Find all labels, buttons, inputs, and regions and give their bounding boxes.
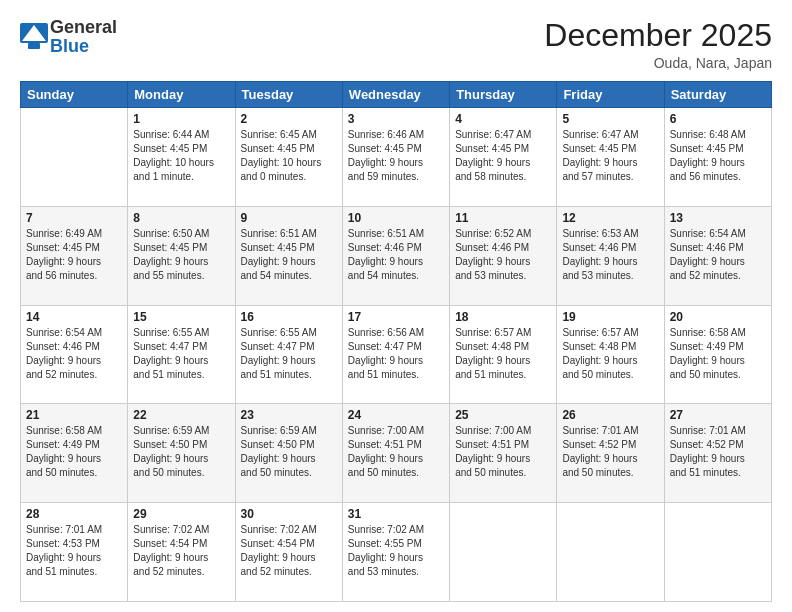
table-row: 29Sunrise: 7:02 AM Sunset: 4:54 PM Dayli… [128,503,235,602]
month-title: December 2025 [544,18,772,53]
cell-info: Sunrise: 6:47 AM Sunset: 4:45 PM Dayligh… [455,128,551,184]
logo: General Blue [20,18,117,56]
day-number: 11 [455,211,551,225]
day-number: 2 [241,112,337,126]
table-row: 31Sunrise: 7:02 AM Sunset: 4:55 PM Dayli… [342,503,449,602]
cell-info: Sunrise: 6:59 AM Sunset: 4:50 PM Dayligh… [241,424,337,480]
table-row: 25Sunrise: 7:00 AM Sunset: 4:51 PM Dayli… [450,404,557,503]
cell-info: Sunrise: 6:59 AM Sunset: 4:50 PM Dayligh… [133,424,229,480]
cell-info: Sunrise: 7:02 AM Sunset: 4:54 PM Dayligh… [241,523,337,579]
cell-info: Sunrise: 6:55 AM Sunset: 4:47 PM Dayligh… [133,326,229,382]
col-header-sunday: Sunday [21,82,128,108]
day-number: 15 [133,310,229,324]
table-row: 14Sunrise: 6:54 AM Sunset: 4:46 PM Dayli… [21,305,128,404]
day-number: 21 [26,408,122,422]
day-number: 10 [348,211,444,225]
cell-info: Sunrise: 6:54 AM Sunset: 4:46 PM Dayligh… [670,227,766,283]
col-header-saturday: Saturday [664,82,771,108]
page: General Blue December 2025 Ouda, Nara, J… [0,0,792,612]
table-row: 6Sunrise: 6:48 AM Sunset: 4:45 PM Daylig… [664,108,771,207]
cell-info: Sunrise: 6:57 AM Sunset: 4:48 PM Dayligh… [455,326,551,382]
table-row: 24Sunrise: 7:00 AM Sunset: 4:51 PM Dayli… [342,404,449,503]
cell-info: Sunrise: 6:58 AM Sunset: 4:49 PM Dayligh… [26,424,122,480]
day-number: 28 [26,507,122,521]
logo-icon [20,23,48,51]
col-header-tuesday: Tuesday [235,82,342,108]
calendar-table: SundayMondayTuesdayWednesdayThursdayFrid… [20,81,772,602]
table-row [21,108,128,207]
cell-info: Sunrise: 7:01 AM Sunset: 4:53 PM Dayligh… [26,523,122,579]
table-row: 18Sunrise: 6:57 AM Sunset: 4:48 PM Dayli… [450,305,557,404]
day-number: 17 [348,310,444,324]
table-row: 21Sunrise: 6:58 AM Sunset: 4:49 PM Dayli… [21,404,128,503]
col-header-wednesday: Wednesday [342,82,449,108]
cell-info: Sunrise: 6:46 AM Sunset: 4:45 PM Dayligh… [348,128,444,184]
table-row: 20Sunrise: 6:58 AM Sunset: 4:49 PM Dayli… [664,305,771,404]
table-row: 16Sunrise: 6:55 AM Sunset: 4:47 PM Dayli… [235,305,342,404]
cell-info: Sunrise: 6:54 AM Sunset: 4:46 PM Dayligh… [26,326,122,382]
table-row: 11Sunrise: 6:52 AM Sunset: 4:46 PM Dayli… [450,206,557,305]
cell-info: Sunrise: 6:58 AM Sunset: 4:49 PM Dayligh… [670,326,766,382]
day-number: 19 [562,310,658,324]
table-row: 1Sunrise: 6:44 AM Sunset: 4:45 PM Daylig… [128,108,235,207]
day-number: 1 [133,112,229,126]
cell-info: Sunrise: 6:52 AM Sunset: 4:46 PM Dayligh… [455,227,551,283]
cell-info: Sunrise: 6:50 AM Sunset: 4:45 PM Dayligh… [133,227,229,283]
table-row: 28Sunrise: 7:01 AM Sunset: 4:53 PM Dayli… [21,503,128,602]
day-number: 14 [26,310,122,324]
table-row: 15Sunrise: 6:55 AM Sunset: 4:47 PM Dayli… [128,305,235,404]
table-row: 5Sunrise: 6:47 AM Sunset: 4:45 PM Daylig… [557,108,664,207]
day-number: 8 [133,211,229,225]
cell-info: Sunrise: 6:45 AM Sunset: 4:45 PM Dayligh… [241,128,337,184]
day-number: 31 [348,507,444,521]
table-row: 8Sunrise: 6:50 AM Sunset: 4:45 PM Daylig… [128,206,235,305]
day-number: 18 [455,310,551,324]
day-number: 7 [26,211,122,225]
table-row: 30Sunrise: 7:02 AM Sunset: 4:54 PM Dayli… [235,503,342,602]
day-number: 12 [562,211,658,225]
table-row: 7Sunrise: 6:49 AM Sunset: 4:45 PM Daylig… [21,206,128,305]
table-row: 23Sunrise: 6:59 AM Sunset: 4:50 PM Dayli… [235,404,342,503]
table-row: 19Sunrise: 6:57 AM Sunset: 4:48 PM Dayli… [557,305,664,404]
cell-info: Sunrise: 6:53 AM Sunset: 4:46 PM Dayligh… [562,227,658,283]
day-number: 22 [133,408,229,422]
day-number: 16 [241,310,337,324]
cell-info: Sunrise: 6:51 AM Sunset: 4:46 PM Dayligh… [348,227,444,283]
title-block: December 2025 Ouda, Nara, Japan [544,18,772,71]
col-header-monday: Monday [128,82,235,108]
cell-info: Sunrise: 7:02 AM Sunset: 4:55 PM Dayligh… [348,523,444,579]
logo-blue: Blue [50,37,117,56]
col-header-thursday: Thursday [450,82,557,108]
day-number: 9 [241,211,337,225]
table-row: 26Sunrise: 7:01 AM Sunset: 4:52 PM Dayli… [557,404,664,503]
day-number: 3 [348,112,444,126]
table-row: 9Sunrise: 6:51 AM Sunset: 4:45 PM Daylig… [235,206,342,305]
cell-info: Sunrise: 6:51 AM Sunset: 4:45 PM Dayligh… [241,227,337,283]
table-row: 3Sunrise: 6:46 AM Sunset: 4:45 PM Daylig… [342,108,449,207]
cell-info: Sunrise: 7:00 AM Sunset: 4:51 PM Dayligh… [455,424,551,480]
day-number: 24 [348,408,444,422]
table-row: 22Sunrise: 6:59 AM Sunset: 4:50 PM Dayli… [128,404,235,503]
logo-general: General [50,18,117,37]
day-number: 6 [670,112,766,126]
day-number: 27 [670,408,766,422]
table-row: 2Sunrise: 6:45 AM Sunset: 4:45 PM Daylig… [235,108,342,207]
table-row [450,503,557,602]
cell-info: Sunrise: 7:01 AM Sunset: 4:52 PM Dayligh… [670,424,766,480]
cell-info: Sunrise: 7:02 AM Sunset: 4:54 PM Dayligh… [133,523,229,579]
cell-info: Sunrise: 6:55 AM Sunset: 4:47 PM Dayligh… [241,326,337,382]
cell-info: Sunrise: 6:56 AM Sunset: 4:47 PM Dayligh… [348,326,444,382]
col-header-friday: Friday [557,82,664,108]
header: General Blue December 2025 Ouda, Nara, J… [20,18,772,71]
cell-info: Sunrise: 6:49 AM Sunset: 4:45 PM Dayligh… [26,227,122,283]
day-number: 30 [241,507,337,521]
day-number: 4 [455,112,551,126]
table-row: 13Sunrise: 6:54 AM Sunset: 4:46 PM Dayli… [664,206,771,305]
svg-rect-2 [28,43,40,49]
day-number: 20 [670,310,766,324]
day-number: 23 [241,408,337,422]
cell-info: Sunrise: 6:48 AM Sunset: 4:45 PM Dayligh… [670,128,766,184]
cell-info: Sunrise: 6:44 AM Sunset: 4:45 PM Dayligh… [133,128,229,184]
table-row [664,503,771,602]
day-number: 13 [670,211,766,225]
